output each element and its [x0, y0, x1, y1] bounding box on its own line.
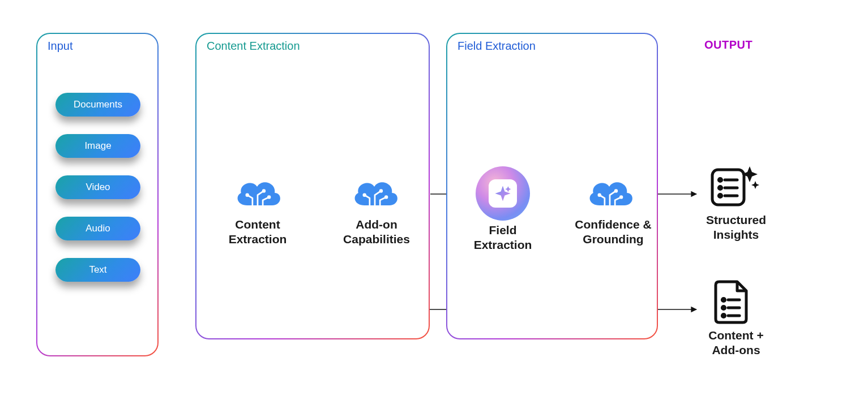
cloud-circuit-icon	[583, 175, 636, 212]
label-field-extraction: FieldExtraction	[471, 223, 535, 253]
output-heading: OUTPUT	[704, 38, 752, 51]
label-content-addons: Content +Add-ons	[702, 328, 770, 358]
document-list-icon	[712, 278, 752, 325]
input-pill-image: Image	[55, 134, 140, 158]
sparkle-app-icon	[476, 166, 530, 221]
label-content-extraction: ContentExtraction	[226, 217, 289, 247]
cloud-circuit-icon	[348, 175, 401, 212]
svg-point-17	[722, 306, 725, 309]
svg-point-13	[719, 194, 721, 197]
panel-input: Input Documents Image Video Audio Text	[36, 33, 159, 356]
input-pill-video: Video	[55, 175, 140, 199]
svg-point-11	[719, 186, 721, 189]
panel-title-input: Input	[48, 40, 72, 53]
input-pill-audio: Audio	[55, 217, 140, 240]
input-pill-text: Text	[55, 258, 140, 282]
svg-point-9	[719, 178, 721, 181]
panel-title-content: Content Extraction	[207, 40, 300, 53]
input-pill-documents: Documents	[55, 93, 140, 117]
cloud-circuit-icon	[231, 175, 284, 212]
structured-insights-icon	[709, 164, 760, 209]
label-addon-capabilities: Add-onCapabilities	[340, 217, 413, 247]
svg-point-19	[722, 314, 725, 317]
panel-title-field: Field Extraction	[457, 40, 536, 53]
label-confidence-grounding: Confidence &Grounding	[571, 217, 656, 247]
label-structured-insights: StructuredInsights	[702, 213, 770, 243]
svg-point-15	[722, 298, 725, 301]
